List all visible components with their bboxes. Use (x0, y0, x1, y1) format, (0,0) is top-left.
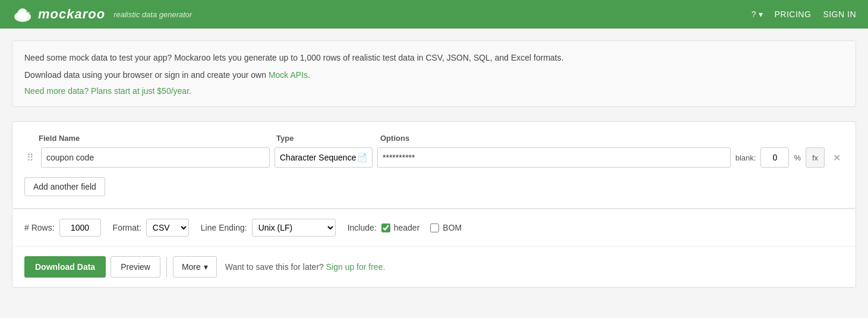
info-box: Need some mock data to test your app? Mo… (12, 40, 856, 107)
more-button-label: More (182, 262, 201, 272)
field-headers: Field Name Type Options (24, 134, 844, 143)
header-checkbox-label: header (394, 223, 420, 232)
save-prompt: Want to save this for later? Sign up for… (225, 262, 386, 272)
add-field-button[interactable]: Add another field (24, 177, 105, 196)
close-icon: ✕ (833, 152, 841, 163)
mock-apis-link[interactable]: Mock APIs (269, 70, 308, 80)
drag-handle-icon[interactable]: ⠿ (24, 152, 36, 163)
info-line2-prefix: Download data using your browser or sign… (24, 70, 269, 80)
rows-label: # Rows: (24, 223, 55, 232)
line-ending-select[interactable]: Unix (LF) Windows (CRLF) (252, 219, 336, 237)
preview-button[interactable]: Preview (111, 256, 160, 278)
svg-marker-4 (28, 12, 31, 14)
format-group: Format: CSV JSON SQL Excel (113, 219, 189, 237)
field-options-input[interactable] (377, 147, 731, 168)
header-checkbox-group: header (381, 223, 420, 232)
format-select[interactable]: CSV JSON SQL Excel (146, 219, 189, 237)
bom-checkbox[interactable] (430, 223, 439, 232)
field-type-icon: 📄 (357, 153, 367, 162)
info-line2: Download data using your browser or sign… (24, 69, 844, 81)
signup-link[interactable]: Sign up for free. (326, 262, 386, 272)
tagline: realistic data generator (113, 10, 192, 19)
download-button[interactable]: Download Data (24, 256, 106, 278)
button-divider (166, 257, 167, 277)
logo-text: mockaroo (38, 7, 105, 22)
rows-group: # Rows: (24, 219, 101, 237)
fields-section: Field Name Type Options ⠿ Character Sequ… (12, 121, 856, 209)
formula-icon: fx (812, 153, 818, 162)
config-section: # Rows: Format: CSV JSON SQL Excel Line … (12, 209, 856, 246)
svg-point-3 (26, 11, 27, 12)
line-ending-group: Line Ending: Unix (LF) Windows (CRLF) (201, 219, 336, 237)
blank-input[interactable] (760, 147, 789, 168)
include-group: Include: header BOM (348, 223, 462, 232)
col-header-field-name: Field Name (39, 134, 276, 143)
actions-section: Download Data Preview More ▾ Want to sav… (12, 246, 856, 288)
field-type-button[interactable]: Character Sequence 📄 (274, 147, 373, 168)
signin-link[interactable]: SIGN IN (823, 10, 856, 19)
field-type-label: Character Sequence (280, 153, 356, 162)
logo-duck-icon (12, 6, 33, 23)
col-header-options: Options (380, 134, 844, 143)
format-label: Format: (113, 223, 141, 232)
formula-button[interactable]: fx (806, 147, 825, 168)
navbar-logo: mockaroo (12, 6, 105, 23)
pricing-link[interactable]: PRICING (775, 10, 812, 19)
rows-input[interactable] (59, 219, 101, 237)
field-row: ⠿ Character Sequence 📄 blank: % fx ✕ (24, 147, 844, 168)
help-icon: ? (752, 10, 756, 19)
bom-checkbox-label: BOM (443, 223, 462, 232)
more-dropdown-icon: ▾ (204, 262, 208, 272)
field-name-input[interactable] (41, 147, 270, 168)
navbar-right: ? ▾ PRICING SIGN IN (752, 10, 856, 19)
info-line1: Need some mock data to test your app? Mo… (24, 52, 844, 64)
svg-point-1 (17, 8, 28, 20)
line-ending-label: Line Ending: (201, 223, 247, 232)
delete-field-button[interactable]: ✕ (829, 150, 844, 165)
navbar: mockaroo realistic data generator ? ▾ PR… (0, 0, 868, 29)
bom-checkbox-group: BOM (430, 223, 462, 232)
svg-point-2 (24, 11, 28, 14)
save-prompt-text: Want to save this for later? (225, 262, 324, 272)
navbar-left: mockaroo realistic data generator (12, 6, 192, 23)
include-label: Include: (348, 223, 377, 232)
blank-label: blank: (736, 153, 756, 162)
plans-link[interactable]: Need more data? Plans start at just $50/… (24, 86, 191, 96)
header-checkbox[interactable] (381, 223, 390, 232)
percent-label: % (794, 153, 801, 162)
info-line2-suffix: . (308, 70, 310, 80)
more-button[interactable]: More ▾ (173, 256, 217, 278)
col-header-type: Type (276, 134, 380, 143)
help-dropdown-icon: ▾ (759, 10, 763, 19)
main-content: Need some mock data to test your app? Mo… (0, 29, 868, 300)
help-button[interactable]: ? ▾ (752, 10, 763, 19)
